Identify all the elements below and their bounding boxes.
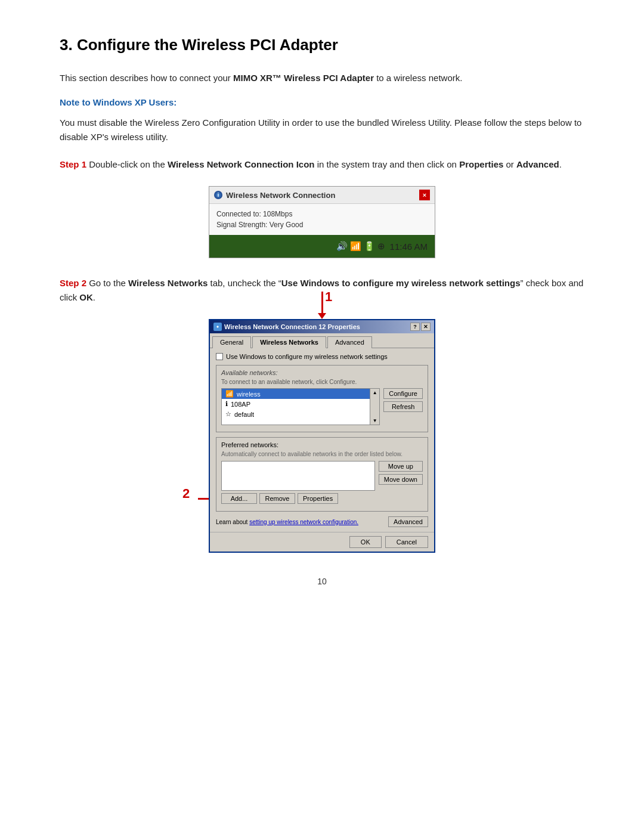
- scroll-down-arrow: ▼: [371, 417, 379, 425]
- learn-text-prefix: Learn about: [216, 519, 249, 525]
- network-item-wireless[interactable]: 📶 wireless: [222, 389, 379, 399]
- tray-popup-title: Wireless Network Connection: [226, 191, 335, 200]
- tray-popup-header: i Wireless Network Connection ×: [209, 187, 435, 204]
- arrow1-head: [318, 313, 326, 319]
- step2-bold1: Wireless Networks: [128, 278, 208, 288]
- wireless-icon: i: [214, 191, 222, 199]
- refresh-button[interactable]: Refresh: [383, 401, 423, 412]
- use-windows-checkbox-row: Use Windows to configure my wireless net…: [216, 353, 428, 360]
- tray-system-icons: 🔊 📶 🔋 ⊕: [336, 241, 385, 252]
- available-networks-label: Available networks:: [221, 369, 423, 376]
- step2-bold3: OK: [79, 292, 93, 302]
- intro-text2: to a wireless network.: [374, 73, 462, 83]
- xp-titlebar: Wireless Network Connection 12 Propertie…: [210, 320, 434, 333]
- step1-text3: or: [503, 159, 516, 169]
- use-windows-checkbox[interactable]: [216, 353, 223, 360]
- step1-text2: in the system tray and then click on: [315, 159, 460, 169]
- tray-bottom: 🔊 📶 🔋 ⊕ 11:46 AM: [209, 235, 435, 258]
- step1-label: Step 1: [60, 159, 86, 169]
- move-down-button[interactable]: Move down: [379, 474, 423, 485]
- tray-popup-container: i Wireless Network Connection × Connecte…: [60, 186, 584, 258]
- configure-button[interactable]: Configure: [383, 388, 423, 399]
- xp-dialog-title: Wireless Network Connection 12 Propertie…: [224, 323, 360, 330]
- available-networks-desc: To connect to an available network, clic…: [221, 379, 423, 385]
- dialog-footer: OK Cancel: [210, 532, 434, 552]
- step2-text2: tab, uncheck the “: [208, 278, 281, 288]
- tray-signal: Signal Strength: Very Good: [216, 219, 428, 230]
- annotation-1-arrow: 1: [318, 292, 326, 319]
- xp-properties-dialog: Wireless Network Connection 12 Propertie…: [209, 319, 435, 553]
- cancel-button[interactable]: Cancel: [385, 536, 428, 548]
- learn-row: Learn about setting up wireless network …: [216, 516, 428, 527]
- step2-label: Step 2: [60, 278, 86, 288]
- available-networks-list-row: 📶 wireless ℹ 108AP ☆ default: [221, 388, 423, 428]
- step2-text4: .: [93, 292, 95, 302]
- step2-text: Go to the: [86, 278, 128, 288]
- annotation-1-label: 1: [325, 289, 332, 305]
- tray-icon-4: ⊕: [377, 241, 385, 252]
- list-scrollbar[interactable]: ▲ ▼: [370, 389, 379, 425]
- xp-help-button[interactable]: ?: [410, 323, 420, 331]
- preferred-networks-desc: Automatically connect to available netwo…: [221, 451, 423, 457]
- advanced-button[interactable]: Advanced: [388, 516, 428, 527]
- properties-button[interactable]: Properties: [298, 493, 338, 504]
- tab-advanced[interactable]: Advanced: [327, 336, 372, 348]
- xp-titlebar-buttons: ? ✕: [410, 323, 431, 331]
- move-up-button[interactable]: Move up: [379, 461, 423, 472]
- available-networks-buttons: Configure Refresh: [383, 388, 423, 412]
- tray-popup-title-area: i Wireless Network Connection: [214, 191, 335, 200]
- step1-bold1: Wireless Network Connection Icon: [168, 159, 315, 169]
- product-name: MIMO XR™ Wireless PCI Adapter: [233, 73, 374, 83]
- preferred-networks-row: Move up Move down: [221, 461, 423, 493]
- xp-title-icon: [213, 323, 222, 331]
- step1-bold2: Properties: [459, 159, 503, 169]
- learn-text: Learn about setting up wireless network …: [216, 519, 358, 525]
- network-item-default[interactable]: ☆ default: [222, 409, 379, 419]
- intro-text: This section describes how to connect yo…: [60, 73, 233, 83]
- tab-general[interactable]: General: [212, 336, 251, 348]
- add-button[interactable]: Add...: [221, 493, 257, 504]
- use-windows-label: Use Windows to configure my wireless net…: [226, 353, 388, 360]
- xp-dialog-wrapper: 1 2 3 Wireless Network Connection: [60, 319, 584, 553]
- available-networks-list[interactable]: 📶 wireless ℹ 108AP ☆ default: [221, 388, 380, 425]
- note-body: You must disable the Wireless Zero Confi…: [60, 116, 584, 144]
- preferred-networks-label: Preferred networks:: [221, 441, 423, 448]
- tray-time: 11:46 AM: [390, 241, 428, 252]
- network-name-default: default: [234, 411, 254, 418]
- network-name-wireless: wireless: [237, 391, 261, 398]
- xp-tab-bar: General Wireless Networks Advanced: [210, 333, 434, 348]
- tray-close-button[interactable]: ×: [419, 190, 430, 200]
- xp-content: Use Windows to configure my wireless net…: [210, 348, 434, 532]
- step1-text4: .: [559, 159, 562, 169]
- step1-bold3: Advanced: [516, 159, 559, 169]
- step2-bold2: Use Windows to configure my wireless net…: [281, 278, 521, 288]
- intro-paragraph: This section describes how to connect yo…: [60, 71, 584, 85]
- wireless-net-icon: 📶: [225, 390, 234, 398]
- xp-close-button[interactable]: ✕: [421, 323, 431, 331]
- info-icon: ℹ: [225, 400, 228, 408]
- step1-block: Step 1 Double-click on the Wireless Netw…: [60, 157, 584, 172]
- preferred-networks-list[interactable]: [221, 461, 375, 491]
- dialog-with-annotations: 1 2 3 Wireless Network Connection: [209, 319, 435, 553]
- arrow2-line: [198, 498, 210, 500]
- tray-connected: Connected to: 108Mbps: [216, 209, 428, 219]
- scroll-up-arrow: ▲: [371, 389, 379, 397]
- available-networks-group: Available networks: To connect to an ava…: [216, 365, 428, 432]
- learn-link[interactable]: setting up wireless network configuratio…: [249, 519, 358, 525]
- note-heading: Note to Windows XP Users:: [60, 97, 584, 107]
- page-number: 10: [60, 577, 584, 586]
- available-networks-list-container: 📶 wireless ℹ 108AP ☆ default: [221, 388, 380, 428]
- page-title: 3. Configure the Wireless PCI Adapter: [60, 36, 584, 54]
- tray-popup: i Wireless Network Connection × Connecte…: [209, 186, 435, 258]
- annotation-2-label: 2: [182, 486, 190, 501]
- preferred-bottom-buttons: Add... Remove Properties: [221, 493, 423, 504]
- tray-icon-1: 🔊: [336, 241, 348, 252]
- tray-popup-body: Connected to: 108Mbps Signal Strength: V…: [209, 204, 435, 235]
- ok-button[interactable]: OK: [349, 536, 382, 548]
- move-buttons: Move up Move down: [379, 461, 423, 485]
- arrow1-line: [321, 292, 323, 313]
- tray-icon-2: 📶: [350, 241, 361, 252]
- remove-button[interactable]: Remove: [259, 493, 295, 504]
- network-item-108ap[interactable]: ℹ 108AP: [222, 399, 379, 409]
- tab-wireless-networks[interactable]: Wireless Networks: [252, 336, 326, 348]
